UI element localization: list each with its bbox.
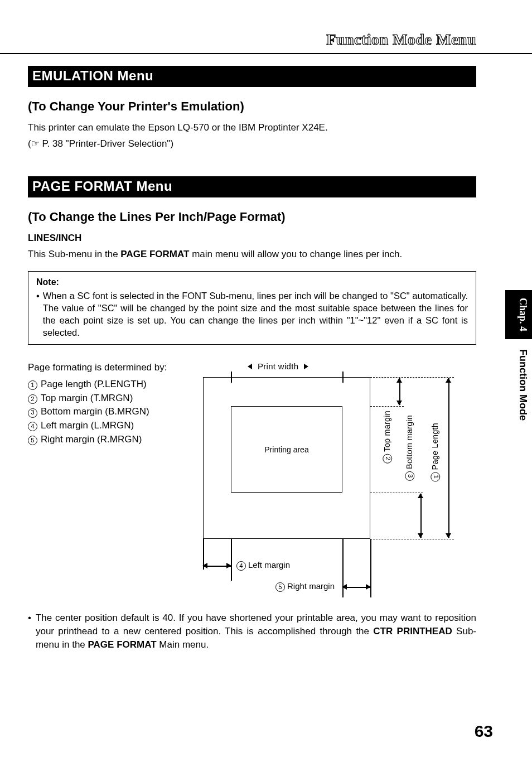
list-item: 4Left margin (L.MRGN) <box>28 419 195 433</box>
list-item: 3Bottom margin (B.MRGN) <box>28 405 195 419</box>
side-tabs: Chap. 4 Function Mode <box>505 290 532 428</box>
determined-by: Page formating is determined by: <box>28 361 195 374</box>
note-body: • When a SC font is selected in the FONT… <box>36 290 468 339</box>
list-item: 2Top margin (T.MRGN) <box>28 392 195 406</box>
header-rule <box>0 53 532 54</box>
page-header-title: Function Mode Menu <box>326 31 476 49</box>
top-margin-label: 2Top margin <box>383 411 392 464</box>
subheading-emulation: (To Change Your Printer's Emulation) <box>28 99 476 114</box>
page-number: 63 <box>475 722 493 741</box>
emulation-desc-2: (☞ P. 38 "Printer-Driver Selection") <box>28 138 476 151</box>
emulation-desc-1: This printer can emulate the Epson LQ-57… <box>28 122 476 134</box>
content-area: EMULATION Menu (To Change Your Printer's… <box>28 66 476 652</box>
lines-inch-title: LINES/INCH <box>28 232 476 245</box>
subheading-pageformat: (To Change the Lines Per Inch/Page Forma… <box>28 210 476 224</box>
section-bar-emulation: EMULATION Menu <box>28 66 476 87</box>
left-margin-label: 4Left margin <box>236 560 290 571</box>
list-item: 1Page length (P.LENGTH) <box>28 378 195 392</box>
page: Function Mode Menu EMULATION Menu (To Ch… <box>0 0 532 762</box>
list-item: 5Right margin (R.MRGN) <box>28 433 195 447</box>
page-format-diagram: Print width Printing area <box>203 361 457 596</box>
print-width-label: Print width <box>248 361 308 371</box>
printing-area-label: Printing area <box>264 445 308 454</box>
note-box: Note: • When a SC font is selected in th… <box>28 271 476 345</box>
page-length-label: 1Page Length <box>431 423 440 481</box>
right-margin-label: 5Right margin <box>275 581 335 592</box>
format-items: 1Page length (P.LENGTH) 2Top margin (T.M… <box>28 378 195 446</box>
section-bar-pageformat: PAGE FORMAT Menu <box>28 176 476 197</box>
center-position-note: • The center position default is 40. If … <box>28 611 476 651</box>
lines-inch-body: This Sub-menu in the PAGE FORMAT main me… <box>28 248 476 261</box>
chapter-tab: Chap. 4 <box>505 290 532 339</box>
function-mode-tab: Function Mode <box>505 341 532 428</box>
note-title: Note: <box>36 277 468 287</box>
printing-area-rect: Printing area <box>231 406 342 493</box>
bottom-margin-label: 3Bottom margin <box>405 415 414 481</box>
